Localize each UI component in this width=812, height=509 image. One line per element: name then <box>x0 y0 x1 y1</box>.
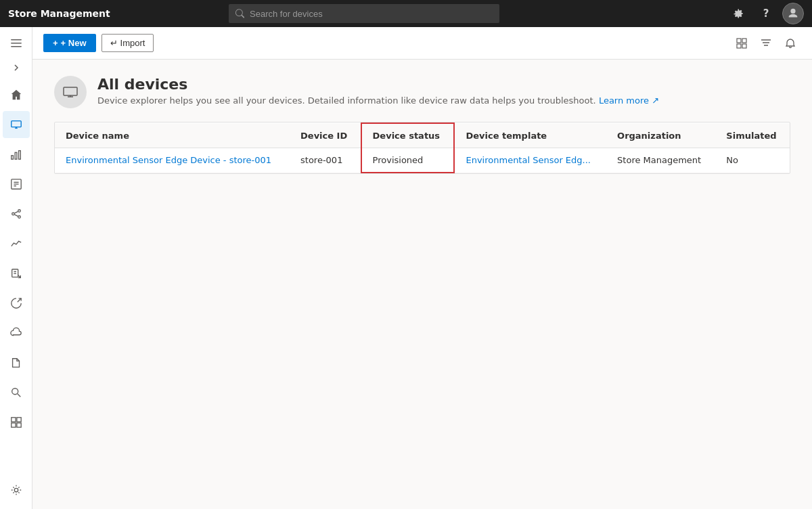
sidebar-item-jobs[interactable] <box>3 290 30 317</box>
svg-rect-0 <box>11 39 22 41</box>
sidebar-item-home[interactable] <box>3 81 30 108</box>
search-icon <box>235 9 244 18</box>
col-device-template[interactable]: Device template <box>454 123 606 148</box>
device-id-value: store-001 <box>300 155 342 165</box>
svg-rect-6 <box>11 156 13 159</box>
svg-point-22 <box>12 389 18 395</box>
device-name-link[interactable]: Environmental Sensor Edge Device - store… <box>66 155 271 165</box>
svg-point-13 <box>12 213 14 215</box>
svg-rect-3 <box>11 121 20 127</box>
table-body: Environmental Sensor Edge Device - store… <box>55 148 790 173</box>
page-title: All devices <box>97 76 659 93</box>
help-icon: ? <box>763 7 769 20</box>
svg-point-14 <box>18 210 20 213</box>
cell-simulated: No <box>715 148 790 173</box>
filter-button[interactable] <box>755 32 777 54</box>
expand-nav-button[interactable] <box>5 57 27 79</box>
cell-device-name: Environmental Sensor Edge Device - store… <box>55 148 290 173</box>
svg-rect-1 <box>11 43 22 44</box>
col-simulated[interactable]: Simulated <box>715 123 790 148</box>
sidebar-item-connections[interactable] <box>3 200 30 227</box>
topbar: Store Management ? <box>0 0 812 27</box>
svg-rect-8 <box>18 151 20 160</box>
app-title: Store Management <box>8 8 110 19</box>
avatar-icon <box>787 7 799 20</box>
page-body: All devices Device explorer helps you se… <box>32 60 812 509</box>
svg-point-28 <box>14 488 18 491</box>
devices-table-container: Device name Device ID Device status Devi… <box>54 122 790 174</box>
simulated-value: No <box>726 155 738 165</box>
svg-rect-33 <box>64 87 77 95</box>
svg-rect-2 <box>11 46 22 47</box>
new-button-label: + New <box>61 38 87 48</box>
sidebar-item-extensions[interactable] <box>3 409 30 436</box>
svg-rect-24 <box>11 418 15 422</box>
sidebar-item-files[interactable] <box>3 349 30 376</box>
svg-line-21 <box>17 298 20 302</box>
svg-rect-7 <box>15 152 17 159</box>
svg-line-17 <box>14 215 18 217</box>
svg-rect-32 <box>742 44 746 48</box>
cell-organization: Store Management <box>606 148 715 173</box>
page-subtitle: Device explorer helps you see all your d… <box>97 95 659 106</box>
help-icon-btn[interactable]: ? <box>755 3 777 24</box>
col-device-name[interactable]: Device name <box>55 123 290 148</box>
layout: + + New ↵ Import <box>0 0 812 509</box>
sidebar-item-data-export[interactable] <box>3 260 30 287</box>
svg-rect-31 <box>737 44 741 48</box>
sidebar-item-devices[interactable] <box>3 111 30 138</box>
svg-line-23 <box>17 394 20 397</box>
sidebar-item-cloud[interactable] <box>3 319 30 347</box>
svg-point-15 <box>18 216 20 219</box>
import-icon: ↵ <box>110 38 118 48</box>
main-content: + + New ↵ Import <box>32 27 812 509</box>
toolbar-right <box>731 32 801 54</box>
table-header-row: Device name Device ID Device status Devi… <box>55 123 790 148</box>
table-header: Device name Device ID Device status Devi… <box>55 123 790 148</box>
view-toggle-button[interactable] <box>731 32 752 54</box>
search-box[interactable] <box>229 4 499 23</box>
svg-rect-29 <box>737 39 741 43</box>
col-device-id[interactable]: Device ID <box>290 123 361 148</box>
devices-table: Device name Device ID Device status Devi… <box>55 123 790 173</box>
learn-more-link[interactable]: Learn more ↗ <box>599 95 659 106</box>
settings-icon <box>734 8 744 19</box>
svg-rect-27 <box>16 423 20 427</box>
device-template-link[interactable]: Environmental Sensor Edg... <box>466 155 591 165</box>
cell-device-template: Environmental Sensor Edg... <box>454 148 606 173</box>
toolbar: + + New ↵ Import <box>32 27 812 60</box>
sidebar-item-settings[interactable] <box>3 477 30 504</box>
col-device-status[interactable]: Device status <box>361 123 455 148</box>
search-input[interactable] <box>250 9 493 19</box>
svg-rect-25 <box>16 418 20 422</box>
table-row: Environmental Sensor Edge Device - store… <box>55 148 790 173</box>
sidebar-item-search[interactable] <box>3 379 30 406</box>
page-header: All devices Device explorer helps you se… <box>54 76 790 108</box>
device-status-value: Provisioned <box>373 155 424 165</box>
new-button-icon: + <box>53 38 58 48</box>
sidebar-item-analytics[interactable] <box>3 141 30 168</box>
cell-device-id: store-001 <box>290 148 361 173</box>
import-label: Import <box>120 38 145 48</box>
settings-icon-btn[interactable] <box>728 3 750 24</box>
cell-device-status: Provisioned <box>361 148 455 173</box>
svg-rect-26 <box>11 423 15 427</box>
page-subtitle-text: Device explorer helps you see all your d… <box>97 95 596 106</box>
topbar-icons: ? <box>728 3 804 24</box>
sidebar-item-reports[interactable] <box>3 230 30 257</box>
page-title-block: All devices Device explorer helps you se… <box>97 76 659 106</box>
col-organization[interactable]: Organization <box>606 123 715 148</box>
new-button[interactable]: + + New <box>43 34 96 52</box>
svg-rect-30 <box>742 39 746 43</box>
hamburger-menu-button[interactable] <box>5 32 27 54</box>
user-avatar[interactable] <box>782 3 804 24</box>
page-icon <box>54 76 87 108</box>
notifications-button[interactable] <box>780 32 801 54</box>
external-link-icon: ↗ <box>652 95 659 106</box>
import-button[interactable]: ↵ Import <box>102 34 154 52</box>
organization-value: Store Management <box>617 155 701 165</box>
svg-line-16 <box>14 211 18 213</box>
sidebar-narrow <box>0 27 32 509</box>
sidebar-item-rules[interactable] <box>3 171 30 198</box>
